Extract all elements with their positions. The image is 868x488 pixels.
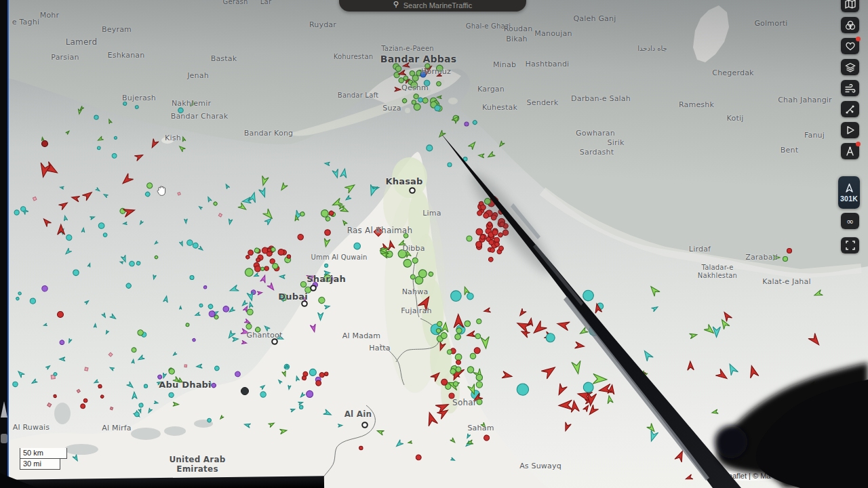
hand-silhouette [715,363,868,488]
bezel-glyph [1,401,7,418]
pen-edge-sheen [533,244,583,306]
pen-silhouette [439,131,741,488]
bezel-accent-line [7,0,9,488]
monitor-screenshot: GerashLarMohre TaghiBeyramLamerdEshkanan… [0,0,868,488]
bezel-glyph [1,434,7,443]
monitor-bezel-left [0,0,9,488]
foreground-objects [0,0,868,488]
pen-highlight [564,296,709,481]
